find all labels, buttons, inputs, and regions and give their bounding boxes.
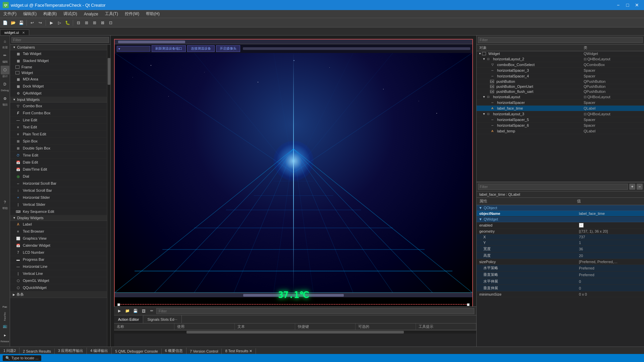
btab-test[interactable]: 8 Test Results ✕ (222, 348, 256, 354)
widget-vscroll[interactable]: ↕ Vertical Scroll Bar (10, 187, 107, 194)
prop-section-qobject[interactable]: ▼ QObject (477, 205, 644, 211)
sidebar-icon-design[interactable]: ⬡ (1, 66, 9, 74)
sidebar-icon-project[interactable]: ⚙ (1, 94, 9, 103)
widget-hline[interactable]: — Horizontal Line (10, 263, 107, 270)
canvas-btn-save2[interactable]: 💾 (132, 308, 139, 314)
canvas-btn-play[interactable]: ▶ (116, 308, 123, 314)
prop-row-objectname[interactable]: objectName label_face_time (477, 211, 644, 217)
resize-handle-bl[interactable] (117, 303, 120, 306)
toolbar-new[interactable]: 📄 (1, 19, 9, 26)
sidebar-icon-release[interactable]: ▶ (1, 331, 9, 340)
prop-row-vpol[interactable]: 垂直策略 Preferred (477, 272, 644, 278)
sidebar-icon-debug[interactable]: D (1, 80, 9, 88)
menu-controls[interactable]: 控件(W) (121, 10, 143, 18)
prop-add-button[interactable]: + (629, 184, 635, 190)
widget-hscroll[interactable]: ↔ Horizontal Scroll Bar (10, 180, 107, 187)
widget-qquick[interactable]: ⬡ QQuickWidget (10, 284, 107, 291)
obj-row-hl[interactable]: ▼ ⊟ horizontalLayout ⊟QHBoxLayout (477, 94, 644, 100)
obj-filter-input[interactable] (478, 37, 643, 43)
btab-overview[interactable]: 6 概要信息 (162, 348, 186, 354)
prop-row-enabled[interactable]: enabled ✓ (477, 222, 644, 229)
widget-vslider[interactable]: | Vertical Slider (10, 201, 107, 208)
widget-filter-input[interactable] (11, 37, 109, 43)
canvas-btn-folder[interactable]: 📁 (124, 308, 131, 314)
widget-double-spin[interactable]: ⊞ Double Spin Box (10, 145, 107, 152)
toolbar-redo[interactable]: ↪ (37, 19, 44, 26)
top-scrollbar[interactable] (115, 40, 472, 44)
toolbar-open[interactable]: 📂 (9, 19, 17, 26)
ae-tab-actions[interactable]: Action Editor (114, 315, 143, 323)
obj-row-label-face-time[interactable]: ▶ A label_face_time QLabel (477, 106, 644, 111)
widget-label[interactable]: A Label (10, 221, 107, 228)
widget-vline[interactable]: | Vertical Line (10, 270, 107, 277)
tab-widget-ui[interactable]: widget.ui ✕ (0, 29, 29, 35)
btab-appout[interactable]: 3 应用程序输出 (55, 348, 87, 354)
canvas-combo[interactable]: ▾ (117, 46, 150, 52)
obj-row-label-temp[interactable]: ▶ A label_temp QLabel (477, 128, 644, 134)
menu-analyze[interactable]: Analyze (80, 10, 102, 18)
menu-file[interactable]: 文件(F) (0, 10, 20, 18)
prop-filter-input[interactable] (478, 184, 628, 190)
widget-plain-text[interactable]: ≡ Plain Text Edit (10, 131, 107, 138)
group-spacers[interactable]: ▶ 条条 (10, 291, 107, 298)
obj-row-pb[interactable]: ▶ OK pushButton QPushButton (477, 79, 644, 84)
menu-edit[interactable]: 编辑(E) (20, 10, 40, 18)
sidebar-icon-facerec[interactable]: Fac (1, 303, 9, 311)
btn-camera[interactable]: 开启摄像头 (216, 45, 240, 52)
prop-row-sizepolicy[interactable]: sizePolicy [Preferred, Preferred,… (477, 259, 644, 265)
prop-row-width[interactable]: 宽度 36 (477, 246, 644, 252)
btab-search[interactable]: 2 Search Results (19, 349, 55, 354)
widget-calendar[interactable]: 📅 Calendar Widget (10, 242, 107, 249)
prop-section-qwidget[interactable]: ▼ QWidget (477, 217, 644, 222)
widget-text-edit[interactable]: ≡ Text Edit (10, 124, 107, 131)
widget-font-combo-box[interactable]: F Font Combo Box (10, 110, 107, 117)
sidebar-icon-welcome[interactable]: ⌂ (1, 37, 9, 46)
canvas-btn-img[interactable]: 🖼 (140, 308, 147, 314)
widget-date-edit[interactable]: 📅 Date Edit (10, 159, 107, 166)
obj-row-pb-open[interactable]: ▶ OK pushButton_OpenUart QPushButton (477, 84, 644, 89)
obj-row-combo[interactable]: ▶ ▽ comboBox_ComSelect QComboBox (477, 62, 644, 68)
obj-row-widget[interactable]: ▼ Widget QWidget (477, 51, 644, 56)
close-button[interactable]: ✕ (633, 2, 641, 8)
canvas-btn-pencil[interactable]: ✏ (148, 308, 155, 314)
widget-tab-widget[interactable]: ▦ Tab Widget (10, 50, 107, 57)
toolbar-debug[interactable]: 🐛 (64, 19, 71, 26)
obj-row-hsp6[interactable]: ▶ ↔ horizontalSpacer_6 Spacer (477, 123, 644, 128)
toolbar-run[interactable]: ▷ (56, 19, 63, 26)
tab-close-icon[interactable]: ✕ (22, 31, 25, 35)
widget-lcd[interactable]: 7 LCD Number (10, 249, 107, 256)
group-input[interactable]: ▼ Input Widgets (10, 97, 107, 103)
prop-row-hstretch[interactable]: 水平伸展 0 (477, 278, 644, 285)
prop-remove-button[interactable]: − (637, 184, 643, 190)
prop-row-x[interactable]: X 737 (477, 234, 644, 240)
btn-connect[interactable]: 连接测温设备 (187, 45, 215, 52)
btab-vcs[interactable]: 7 Version Control (186, 349, 222, 354)
toolbar-layout-h[interactable]: ⊟ (75, 19, 82, 26)
toolbar-layout-v[interactable]: ⊞ (83, 19, 90, 26)
group-containers[interactable]: ▼ Containers (10, 45, 107, 50)
widget-graphics-view[interactable]: ⬜ Graphics View (10, 235, 107, 242)
widget-line-edit[interactable]: — Line Edit (10, 117, 107, 124)
resize-handle-br[interactable] (467, 303, 470, 306)
toolbar-build[interactable]: ▶ (48, 19, 55, 26)
ae-scrollbar[interactable] (114, 330, 476, 334)
obj-row-pb-flush[interactable]: ▶ OK pushButton_flush_uart QPushButton (477, 89, 644, 94)
widget-widget[interactable]: Widget (10, 70, 107, 76)
menu-debug[interactable]: 调试(D) (60, 10, 80, 18)
widget-opengl[interactable]: ⬡ OpenGL Widget (10, 277, 107, 284)
prop-row-vstretch[interactable]: 垂直伸展 0 (477, 285, 644, 292)
prop-checkbox-enabled[interactable]: ✓ (579, 223, 584, 228)
widget-text-browser[interactable]: ≡ Text Browser (10, 228, 107, 235)
widget-time-edit[interactable]: ⏱ Time Edit (10, 152, 107, 159)
widget-hslider[interactable]: + Horizontal Slider (10, 194, 107, 201)
sidebar-icon-screen[interactable]: 📺 (1, 321, 9, 330)
widget-stacked-widget[interactable]: ▦ Stacked Widget (10, 57, 107, 64)
prop-row-y[interactable]: Y 1 (477, 240, 644, 246)
obj-row-hsp5[interactable]: ▶ ↔ horizontalSpacer_5 Spacer (477, 117, 644, 123)
widget-progress[interactable]: ▬ Progress Bar (10, 256, 107, 263)
widget-panel-scroll-thumb[interactable] (108, 58, 110, 85)
obj-row-hsp[interactable]: ▶ ↔ horizontalSpacer Spacer (477, 100, 644, 106)
menu-build[interactable]: 构建(B) (40, 10, 60, 18)
widget-datetime-edit[interactable]: 📅 Date/Time Edit (10, 166, 107, 173)
prop-row-height[interactable]: 高度 20 (477, 252, 644, 259)
